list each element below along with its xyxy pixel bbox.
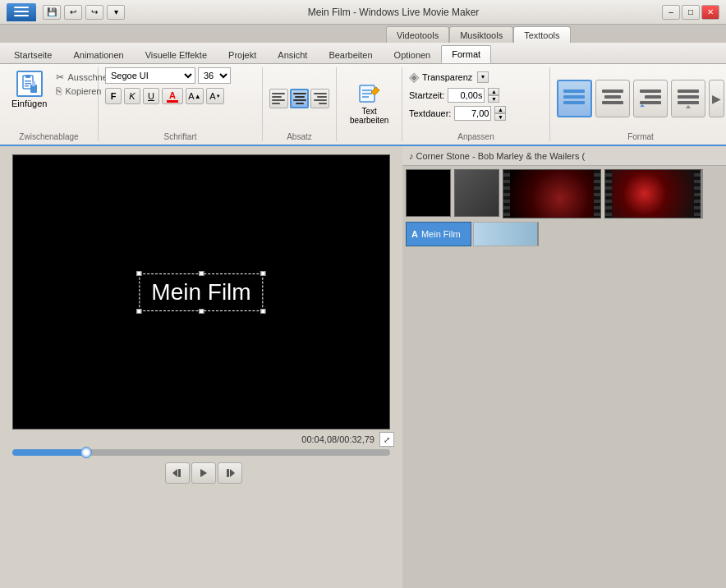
scissors-icon: ✂ [56,71,64,83]
track-thumb-black[interactable] [406,169,451,217]
tab-bearbeiten[interactable]: Bearbeiten [318,45,383,63]
handle-bot-left[interactable] [136,309,141,314]
video-frame: Mein Film [12,154,390,430]
rewind-button[interactable] [165,462,190,484]
svg-marker-42 [200,469,207,477]
schriftart-group-label: Schriftart [105,131,255,141]
format-justify-button[interactable] [671,80,705,117]
font-row-2: F K U A A▲ A▼ [105,88,224,104]
clipboard-group: Einfügen ✂ Ausschneiden ⎘ Kopieren Zwisc… [0,67,99,141]
filmstrip-1[interactable] [503,169,601,218]
svg-rect-14 [293,93,306,94]
startzeit-up[interactable]: ▲ [488,88,499,95]
textdauer-up[interactable]: ▲ [494,106,506,113]
font-shrink-button[interactable]: A▼ [206,88,224,104]
svg-marker-39 [686,105,691,108]
window-controls: – □ ✕ [662,5,719,20]
minimize-button[interactable]: – [662,5,680,20]
transparenz-dropdown[interactable]: ▾ [477,71,489,83]
font-family-select[interactable]: Segoe UI [105,67,195,84]
app-menu-button[interactable] [7,3,36,21]
svg-rect-1 [14,11,29,12]
textdauer-down[interactable]: ▼ [494,113,506,121]
svg-rect-10 [272,93,285,94]
maximize-button[interactable]: □ [682,5,700,20]
seek-bar[interactable] [12,449,390,456]
handle-bot-mid[interactable] [199,309,204,314]
font-grow-button[interactable]: A▲ [186,88,204,104]
startzeit-spinner[interactable]: ▲ ▼ [488,88,499,103]
forward-button[interactable] [218,462,242,484]
handle-top-left[interactable] [136,271,141,276]
svg-rect-7 [25,85,29,87]
bold-button[interactable]: F [105,88,122,104]
svg-rect-27 [563,95,585,99]
format-center-button[interactable] [595,80,630,117]
svg-rect-32 [640,90,661,93]
content-area: Mein Film 00:04,08/00:32,79 ⤢ [0,146,726,588]
tab-format[interactable]: Format [441,45,491,63]
format-more-button[interactable]: ▶ [709,80,724,117]
track-thumb-gray[interactable] [454,169,499,217]
absatz-group-label: Absatz [269,131,329,141]
redo-button[interactable]: ↪ [85,5,103,20]
font-color-button[interactable]: A [162,88,183,104]
anpassen-group: ◈ Transparenz ▾ Startzeit: ▲ ▼ Textdauer… [402,67,550,141]
format-group-label: Format [557,131,724,141]
absatz-content [269,67,329,131]
timeline-area: ♪ Corner Stone - Bob Marley & the Wailer… [402,146,726,588]
timeline-header: ♪ Corner Stone - Bob Marley & the Wailer… [402,146,726,166]
anpassen-content: ◈ Transparenz ▾ Startzeit: ▲ ▼ Textdauer… [409,67,543,131]
format-left-button[interactable] [557,80,592,117]
quick-save-button[interactable]: 💾 [43,5,61,20]
textdauer-input[interactable] [454,106,491,121]
svg-rect-38 [678,101,699,104]
align-center-button[interactable] [290,89,309,108]
tab-optionen[interactable]: Optionen [384,45,442,63]
einfuegen-label: Einfügen [11,99,47,108]
format-right-button[interactable] [633,80,668,117]
seek-thumb[interactable] [80,447,92,458]
expand-button[interactable]: ⤢ [379,432,394,447]
startzeit-input[interactable] [448,88,485,103]
startzeit-down[interactable]: ▼ [488,95,499,103]
svg-rect-4 [25,75,30,78]
undo-button[interactable]: ↩ [64,5,82,20]
text-bearbeiten-icon [356,80,383,107]
underline-button[interactable]: U [143,88,159,104]
title-track[interactable]: Mein Film [406,222,471,246]
tab-texttools[interactable]: Texttools [513,26,570,43]
tab-projekt[interactable]: Projekt [218,45,267,63]
tab-visuelle-effekte[interactable]: Visuelle Effekte [135,45,218,63]
close-button[interactable]: ✕ [701,5,719,20]
svg-rect-44 [227,469,229,477]
tab-musiktools[interactable]: Musiktools [449,26,513,43]
handle-top-right[interactable] [261,271,266,276]
tab-ansicht[interactable]: Ansicht [267,45,318,63]
text-overlay[interactable]: Mein Film [139,273,263,311]
align-left-button[interactable] [269,89,288,108]
text-bearbeiten-button[interactable]: Textbearbeiten [343,77,395,128]
tab-startseite[interactable]: Startseite [3,45,62,63]
tab-videotools[interactable]: Videotools [386,26,449,43]
textdauer-spinner[interactable]: ▲ ▼ [494,106,506,121]
tab-animationen[interactable]: Animationen [62,45,134,63]
play-button[interactable] [191,462,216,484]
textdauer-label: Textdauer: [409,108,451,118]
filmstrip-2[interactable] [604,169,703,218]
font-row-1: Segoe UI 36 [105,67,231,84]
clipboard-content: Einfügen ✂ Ausschneiden ⎘ Kopieren [7,67,91,131]
einfuegen-button[interactable]: Einfügen [7,67,52,112]
align-right-button[interactable] [310,89,329,108]
handle-bot-right[interactable] [261,309,266,314]
svg-rect-36 [678,90,699,93]
dropdown-button[interactable]: ▾ [107,5,125,20]
svg-rect-6 [25,83,31,85]
text-bearbeiten-group-label [343,140,395,141]
font-size-select[interactable]: 36 [198,67,231,84]
handle-top-mid[interactable] [199,271,204,276]
format-content: ▶ [557,67,724,131]
italic-button[interactable]: K [124,88,140,104]
transparenz-icon: ◈ [409,69,419,85]
format-group: ▶ Format [550,67,726,141]
